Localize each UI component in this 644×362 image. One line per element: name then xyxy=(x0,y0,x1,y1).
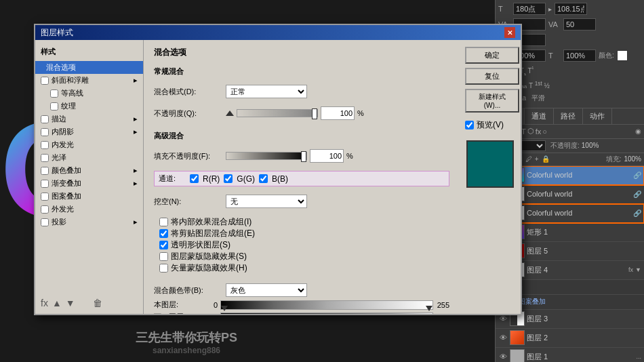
opacity-slider-track[interactable] xyxy=(237,109,318,117)
channel-g-checkbox[interactable] xyxy=(224,174,233,183)
channel-r-checkbox[interactable] xyxy=(190,174,199,183)
drop-shadow-checkbox[interactable] xyxy=(41,218,49,226)
sidebar-item-color-overlay[interactable]: 颜色叠加 ▸ xyxy=(35,164,143,177)
sidebar-item-outer-glow[interactable]: 外发光 xyxy=(35,203,143,216)
layer-item-2[interactable]: 👁 图层 2 xyxy=(496,329,644,348)
layer-item-1[interactable]: 👁 图层 1 ... xyxy=(496,348,644,362)
sidebar-item-texture[interactable]: 纹理 xyxy=(35,100,143,113)
pattern-overlay-checkbox[interactable] xyxy=(41,193,49,201)
sidebar-item-pattern-overlay[interactable]: 图案叠加 xyxy=(35,190,143,203)
cancel-button[interactable]: 复位 xyxy=(465,68,519,85)
preview-box xyxy=(466,140,514,188)
leading-input[interactable] xyxy=(555,3,587,15)
preview-checkbox[interactable] xyxy=(465,121,474,129)
fill-opacity-input[interactable]: 100 xyxy=(310,149,344,163)
font-size-input[interactable] xyxy=(513,3,546,15)
normal-blend-title: 常规混合 xyxy=(154,66,449,77)
outer-glow-checkbox[interactable] xyxy=(41,205,49,214)
toggle-switch[interactable]: ◉ xyxy=(635,127,641,135)
layer-eye-3b[interactable]: 👁 xyxy=(498,314,508,323)
contour-checkbox[interactable] xyxy=(50,89,58,98)
new-style-button[interactable]: 新建样式(W)... xyxy=(465,89,519,113)
next-layer-slider-row: 下一图层: 0 255 xyxy=(154,312,449,314)
tab-actions[interactable]: 动作 xyxy=(583,108,612,124)
layer-thumb-1b xyxy=(510,349,525,362)
sidebar-item-inner-glow[interactable]: 内发光 xyxy=(35,138,143,151)
channel-b-checkbox[interactable] xyxy=(259,174,268,183)
blend-checkboxes: 将内部效果混合成组(I) 将剪贴图层混合成组(E) 透明形状图层(S) 图层蒙版… xyxy=(159,216,449,274)
next-layer-slider[interactable] xyxy=(220,313,433,315)
color-overlay-checkbox[interactable] xyxy=(41,167,49,175)
fill-opacity-slider[interactable] xyxy=(226,152,307,160)
opacity-slider-arrow[interactable] xyxy=(226,110,234,116)
layer-expand-4[interactable]: ▼ xyxy=(635,266,641,273)
move-up-button[interactable]: ▲ xyxy=(52,298,62,308)
move-down-button[interactable]: ▼ xyxy=(66,298,75,308)
fill-opacity-thumb[interactable] xyxy=(301,151,306,162)
this-layer-slider[interactable] xyxy=(220,300,433,310)
opacity-display: 100% xyxy=(582,142,599,149)
color-swatch[interactable] xyxy=(617,50,628,61)
delete-button[interactable]: 🗑 xyxy=(93,298,102,308)
sidebar-item-stroke[interactable]: 描边 ▸ xyxy=(35,113,143,125)
layer-link-2[interactable]: 🔗 xyxy=(633,190,641,198)
dialog-close-button[interactable]: ✕ xyxy=(504,27,515,38)
blend-mode-dropdown[interactable]: 正常 溶解 正片叠底 xyxy=(226,85,307,98)
next-layer-v2: 255 xyxy=(436,313,449,315)
lock-position[interactable]: + xyxy=(535,155,539,163)
bevel-checkbox[interactable] xyxy=(41,77,49,85)
stroke-checkbox[interactable] xyxy=(41,115,49,123)
texture-checkbox[interactable] xyxy=(50,102,58,110)
blend-band-dropdown[interactable]: 灰色 红 绿 蓝 xyxy=(226,283,307,297)
layer-link-1[interactable]: 🔗 xyxy=(633,172,641,179)
sidebar-item-satin[interactable]: 光泽 xyxy=(35,151,143,164)
satin-checkbox[interactable] xyxy=(41,154,49,162)
layer-mask-checkbox[interactable] xyxy=(159,252,168,261)
tab-paths[interactable]: 路径 xyxy=(554,108,583,124)
dialog-sidebar: 样式 混合选项 斜面和浮雕 ▸ 等高线 纹理 描边 ▸ 内阴 xyxy=(35,40,144,314)
lock-image[interactable]: 🖊 xyxy=(525,155,532,163)
internal-effects-checkbox[interactable] xyxy=(159,218,168,226)
fx-button[interactable]: fx xyxy=(41,298,48,308)
clip-layers-checkbox[interactable] xyxy=(159,229,168,238)
opacity-input[interactable]: 100 xyxy=(321,106,355,120)
dialog-buttons-panel: 确定 复位 新建样式(W)... 预览(V) xyxy=(460,40,521,314)
gradient-overlay-checkbox[interactable] xyxy=(41,180,49,188)
filter-icon-3[interactable]: ⬡ xyxy=(527,127,534,136)
fill-opacity-label: 填充不透明度(F): xyxy=(154,151,222,161)
layer-thumb-2b xyxy=(510,330,525,345)
vert-scale-input[interactable] xyxy=(563,49,596,62)
inner-glow-checkbox[interactable] xyxy=(41,141,49,149)
transparent-shape-checkbox[interactable] xyxy=(159,241,168,249)
opacity-unit: % xyxy=(357,109,364,117)
layer-name-2b: 图层 2 xyxy=(527,333,641,343)
inner-shadow-checkbox[interactable] xyxy=(41,128,49,136)
this-layer-thumb-right[interactable] xyxy=(426,306,432,311)
blend-mode-row: 混合模式(D): 正常 溶解 正片叠底 xyxy=(154,85,449,98)
internal-effects-row: 将内部效果混合成组(I) xyxy=(159,216,449,228)
lock-all[interactable]: 🔒 xyxy=(542,155,550,163)
filter-icon-2[interactable]: T xyxy=(521,127,526,136)
layer-name-3: Colorful world xyxy=(527,209,631,217)
sidebar-item-contour[interactable]: 等高线 xyxy=(35,87,143,100)
sidebar-item-inner-shadow[interactable]: 内阴影 ▸ xyxy=(35,125,143,138)
ok-button[interactable]: 确定 xyxy=(465,47,519,64)
filter-icon-5[interactable]: ○ xyxy=(542,127,547,136)
tab-channels[interactable]: 通道 xyxy=(525,108,554,124)
channel-b-label: B(B) xyxy=(272,174,288,184)
knockdown-dropdown[interactable]: 无 浅 深 xyxy=(226,195,307,208)
sidebar-item-gradient-overlay[interactable]: 渐变叠加 ▸ xyxy=(35,177,143,190)
this-layer-thumb-left[interactable] xyxy=(221,306,228,311)
sidebar-item-drop-shadow[interactable]: 投影 ▸ xyxy=(35,216,143,228)
pinghua-label: 平滑 xyxy=(531,94,545,103)
tracking-input[interactable] xyxy=(563,18,596,31)
vector-mask-checkbox[interactable] xyxy=(159,264,168,273)
opacity-slider-thumb[interactable] xyxy=(312,108,317,119)
sidebar-item-bevel[interactable]: 斜面和浮雕 ▸ xyxy=(35,74,143,87)
filter-icon-4[interactable]: fx xyxy=(536,127,542,136)
layer-eye-2b[interactable]: 👁 xyxy=(498,333,508,342)
layer-eye-1b[interactable]: 👁 xyxy=(498,352,508,361)
sidebar-item-blend-options[interactable]: 混合选项 xyxy=(35,61,143,74)
layer-link-3[interactable]: 🔗 xyxy=(633,209,641,217)
knockout-label: 挖空(N): xyxy=(154,197,222,207)
